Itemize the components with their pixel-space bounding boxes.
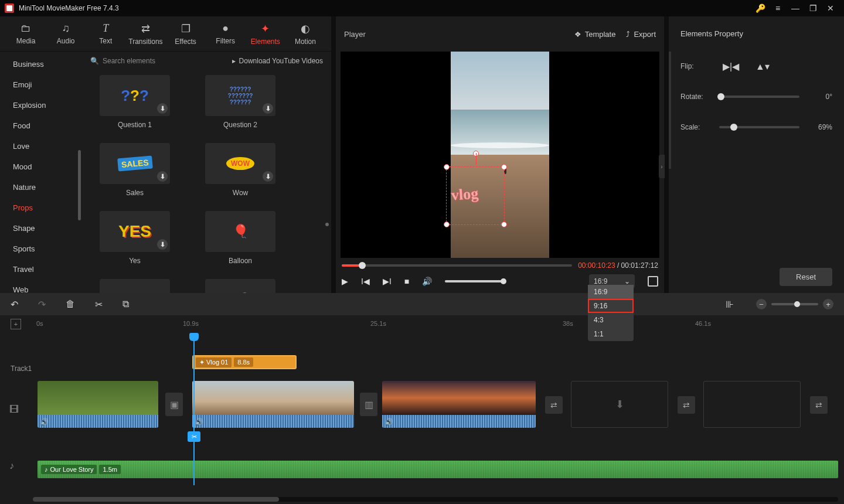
- cat-emoji[interactable]: Emoji: [0, 74, 82, 95]
- speaker-icon: 🔊: [40, 418, 49, 426]
- element-clip[interactable]: ✦Vlog 01 8.8s: [192, 355, 297, 369]
- element-balloon[interactable]: 🎈 Balloon: [199, 211, 281, 265]
- fullscreen-button[interactable]: [648, 276, 658, 287]
- scale-slider[interactable]: [719, 126, 799, 128]
- split-at-playhead-icon[interactable]: ✂: [188, 431, 200, 442]
- cat-business[interactable]: Business: [0, 54, 82, 74]
- properties-title: Elements Property: [680, 16, 832, 51]
- download-youtube-link[interactable]: ▸ Download YouTube Videos: [232, 57, 323, 65]
- cat-nature[interactable]: Nature: [0, 177, 82, 197]
- effects-icon: ❐: [166, 22, 206, 35]
- prev-frame-button[interactable]: I◀: [361, 277, 370, 286]
- upgrade-icon[interactable]: 🔑: [751, 4, 769, 13]
- magnet-button[interactable]: ⊪: [726, 299, 734, 310]
- download-icon[interactable]: ⬇: [157, 103, 168, 114]
- element-question-2[interactable]: ???????????????????⬇ Question 2: [199, 75, 281, 129]
- cat-explosion[interactable]: Explosion: [0, 95, 82, 115]
- aspect-option-9-16[interactable]: 9:16: [588, 299, 634, 313]
- transition-slot[interactable]: ▥: [360, 393, 377, 416]
- tab-transitions[interactable]: ⇄Transitions: [125, 22, 165, 46]
- split-button[interactable]: ✂: [95, 299, 103, 310]
- cat-sports[interactable]: Sports: [0, 239, 82, 259]
- tab-media[interactable]: 🗀Media: [6, 22, 46, 45]
- element-wow[interactable]: WOW⬇ Wow: [199, 143, 281, 197]
- cat-mood[interactable]: Mood: [0, 156, 82, 177]
- stop-button[interactable]: ■: [404, 277, 409, 286]
- tab-elements[interactable]: ✦Elements: [246, 22, 285, 46]
- timecode: 00:00:10:23 / 00:01:27:12: [578, 261, 658, 270]
- seek-bar[interactable]: [342, 264, 572, 267]
- video-clip-2[interactable]: 🔊: [192, 381, 354, 428]
- undo-button[interactable]: ↶: [11, 299, 18, 310]
- timeline-ruler[interactable]: + 0s 10.9s 25.1s 38s 46.1s: [0, 315, 844, 333]
- aspect-option-1-1[interactable]: 1:1: [588, 327, 634, 341]
- zoom-slider[interactable]: [771, 303, 818, 305]
- properties-scrollbar[interactable]: [669, 52, 671, 169]
- cat-shape[interactable]: Shape: [0, 218, 82, 239]
- download-icon[interactable]: ⬇: [263, 103, 273, 114]
- element-sales[interactable]: SALES⬇ Sales: [94, 143, 176, 197]
- flip-vertical-button[interactable]: ▲▾: [751, 61, 774, 72]
- tab-audio[interactable]: ♫Audio: [46, 22, 86, 45]
- cat-web[interactable]: Web: [0, 280, 82, 293]
- volume-slider[interactable]: [445, 280, 503, 282]
- audio-track-icon: ♪: [9, 461, 14, 471]
- tab-effects[interactable]: ❐Effects: [166, 22, 206, 46]
- volume-icon[interactable]: 🔊: [422, 277, 432, 286]
- zoom-in-button[interactable]: +: [823, 299, 833, 309]
- video-clip-3[interactable]: 🔊: [382, 381, 536, 428]
- rotate-slider[interactable]: [719, 96, 799, 98]
- tab-text[interactable]: TText: [86, 22, 125, 45]
- transition-slot[interactable]: ▣: [165, 393, 183, 416]
- download-icon[interactable]: ⬇: [157, 171, 168, 182]
- element-yes[interactable]: YES⬇ Yes: [94, 211, 176, 265]
- play-button[interactable]: ▶: [342, 277, 348, 286]
- download-icon[interactable]: ⬇: [263, 171, 273, 182]
- zoom-out-button[interactable]: −: [756, 299, 767, 309]
- swap-button[interactable]: ⇄: [545, 396, 563, 414]
- flip-horizontal-button[interactable]: ▶|◀: [719, 61, 743, 72]
- empty-clip-slot[interactable]: ⬇: [571, 381, 668, 428]
- redo-button[interactable]: ↷: [38, 299, 46, 310]
- cat-food[interactable]: Food: [0, 115, 82, 136]
- element-more-1[interactable]: ◔: [94, 279, 176, 293]
- minimize-icon[interactable]: —: [787, 4, 804, 13]
- next-frame-button[interactable]: ▶I: [383, 277, 392, 286]
- category-scrollbar[interactable]: [78, 150, 81, 220]
- download-icon[interactable]: ⬇: [157, 239, 168, 250]
- audio-clip[interactable]: ♪Our Love Story 1.5m: [38, 461, 838, 478]
- cat-love[interactable]: Love: [0, 136, 82, 156]
- menu-icon[interactable]: ≡: [769, 4, 787, 13]
- swap-button[interactable]: ⇄: [678, 396, 695, 414]
- video-clip-1[interactable]: 🔊: [38, 381, 158, 428]
- maximize-icon[interactable]: ❐: [804, 4, 822, 13]
- tab-filters[interactable]: ●Filters: [206, 22, 246, 45]
- player-stage[interactable]: vlog: [341, 52, 659, 258]
- playhead[interactable]: ✂: [193, 333, 195, 485]
- swap-button[interactable]: ⇄: [810, 396, 828, 414]
- player-panel: Player ❖Template ⤴Export vlog 00:00:10:2…: [336, 16, 664, 293]
- search-input[interactable]: 🔍 Search elements: [90, 57, 226, 65]
- export-button[interactable]: ⤴Export: [626, 30, 656, 39]
- filters-icon: ●: [206, 22, 246, 35]
- library-panel: 🗀Media ♫Audio TText ⇄Transitions ❐Effect…: [0, 16, 331, 293]
- close-icon[interactable]: ✕: [822, 4, 839, 13]
- aspect-option-4-3[interactable]: 4:3: [588, 313, 634, 327]
- aspect-option-16-9[interactable]: 16:9: [588, 285, 634, 299]
- app-logo: [5, 4, 14, 13]
- element-more-2[interactable]: ▮◯: [199, 279, 281, 293]
- template-button[interactable]: ❖Template: [574, 30, 616, 39]
- add-track-button[interactable]: +: [11, 319, 21, 329]
- reset-button[interactable]: Reset: [780, 268, 832, 286]
- element-selection-box[interactable]: vlog: [446, 166, 505, 225]
- crop-button[interactable]: ⧉: [122, 299, 129, 309]
- timeline-scrollbar[interactable]: [33, 497, 838, 502]
- element-question-1[interactable]: ???⬇ Question 1: [94, 75, 176, 129]
- rotate-value: 0°: [808, 93, 832, 101]
- cat-travel[interactable]: Travel: [0, 259, 82, 280]
- delete-button[interactable]: 🗑: [66, 299, 75, 309]
- panel-collapse-handle[interactable]: ›: [659, 155, 665, 178]
- tab-motion[interactable]: ◐Motion: [285, 22, 325, 46]
- cat-props[interactable]: Props: [0, 197, 82, 218]
- empty-clip-slot[interactable]: [703, 381, 801, 428]
